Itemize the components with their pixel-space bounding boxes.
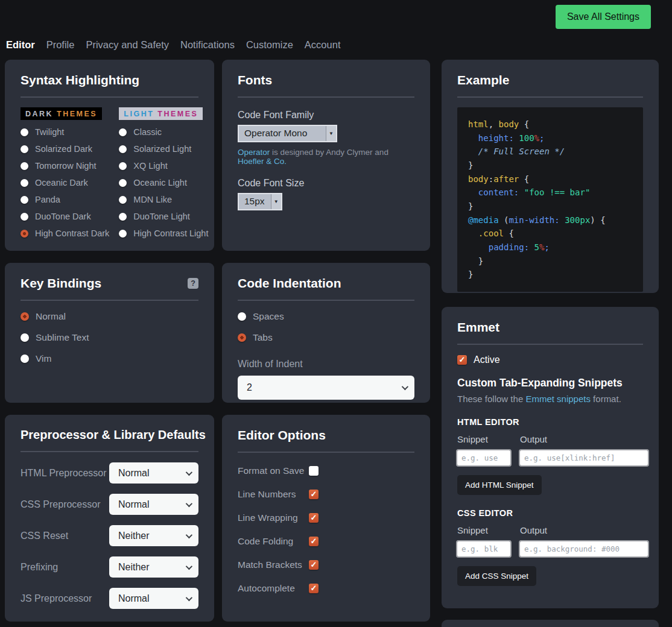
example-title: Example — [457, 73, 643, 87]
output-input[interactable] — [520, 450, 648, 465]
editor-options-card: Editor Options Format on Save Line Numbe… — [222, 415, 430, 622]
settings-tab[interactable]: Account — [305, 39, 341, 51]
radio-icon[interactable] — [21, 230, 28, 238]
emmet-active-checkbox[interactable] — [457, 355, 467, 365]
settings-tab[interactable]: Editor — [6, 39, 35, 51]
preprocessor-select[interactable]: Neither — [109, 525, 198, 546]
snippet-input[interactable] — [457, 450, 510, 465]
key-binding-radio-option[interactable]: Normal — [21, 311, 198, 322]
snippet-output-labels: Snippet Output — [457, 525, 643, 535]
theme-radio-option[interactable]: Solarized Light — [119, 144, 208, 154]
settings-tab[interactable]: Privacy and Safety — [86, 39, 169, 51]
code-font-family-label: Code Font Family — [238, 110, 414, 121]
radio-icon[interactable] — [119, 145, 127, 153]
preprocessor-row: CSS Preprocessor Normal — [21, 494, 198, 515]
radio-icon[interactable] — [21, 213, 28, 221]
divider — [457, 344, 643, 345]
output-input[interactable] — [520, 541, 648, 556]
radio-icon[interactable] — [119, 230, 127, 238]
theme-radio-option[interactable]: Oceanic Dark — [21, 178, 109, 187]
editor-option-checkbox[interactable] — [309, 537, 319, 546]
emmet-title: Emmet — [457, 320, 643, 335]
radio-icon[interactable] — [21, 128, 28, 136]
code-font-size-select[interactable]: 15px ▼ — [238, 193, 282, 210]
theme-radio-option[interactable]: High Contrast Light — [119, 228, 208, 238]
add-snippet-button[interactable]: Add CSS Snippet — [457, 566, 536, 586]
theme-radio-option[interactable]: MDN Like — [119, 195, 208, 204]
snippet-input[interactable] — [457, 541, 510, 556]
theme-label: Twilight — [35, 127, 64, 137]
theme-radio-option[interactable]: Twilight — [21, 127, 109, 137]
editor-option-label: Match Brackets — [238, 559, 309, 570]
chevron-down-icon — [186, 531, 192, 538]
help-icon[interactable]: ? — [188, 278, 198, 289]
preprocessor-select[interactable]: Normal — [109, 588, 198, 609]
dropdown-arrow-icon[interactable]: ▼ — [326, 126, 336, 141]
themes-grid: DARK THEMES Twilight Solarized Dark — [21, 107, 198, 245]
select-value: Normal — [118, 468, 150, 479]
editor-option-checkbox[interactable] — [309, 513, 319, 523]
indentation-radio-option[interactable]: Spaces — [238, 311, 414, 322]
dark-themes-badge: DARK THEMES — [21, 107, 102, 120]
radio-icon[interactable] — [119, 179, 127, 187]
emmet-sections: HTML EDITOR Snippet Output Add HTML Snip… — [457, 417, 643, 586]
editor-option-checkbox[interactable] — [309, 584, 319, 593]
operator-link[interactable]: Operator — [238, 148, 270, 157]
chevron-down-icon — [186, 468, 192, 475]
radio-icon[interactable] — [119, 196, 127, 204]
output-label: Output — [520, 525, 643, 535]
font-credit-text: Operator is designed by Andy Clymer and … — [238, 148, 414, 166]
code-font-family-select[interactable]: Operator Mono ▼ — [238, 125, 337, 142]
key-binding-radio-option[interactable]: Vim — [21, 353, 198, 364]
radio-icon[interactable] — [119, 128, 127, 136]
indentation-radio-option[interactable]: Tabs — [238, 332, 414, 343]
width-of-indent-select[interactable]: 2 — [238, 376, 414, 400]
radio-icon[interactable] — [119, 213, 127, 221]
preprocessor-rows: HTML Preprocessor Normal CSS Preprocesso… — [21, 462, 198, 609]
settings-tab[interactable]: Customize — [246, 39, 293, 51]
preprocessor-select[interactable]: Neither — [109, 556, 198, 578]
theme-radio-option[interactable]: Tomorrow Night — [21, 161, 109, 171]
editor-option-checkbox[interactable] — [309, 560, 319, 570]
key-binding-radio-option[interactable]: Sublime Text — [21, 332, 198, 343]
next-card-partial — [442, 620, 659, 627]
radio-icon[interactable] — [21, 145, 28, 153]
emmet-active-label: Active — [474, 354, 500, 365]
theme-radio-option[interactable]: Classic — [119, 127, 208, 137]
radio-icon[interactable] — [21, 312, 29, 321]
theme-radio-option[interactable]: Panda — [21, 195, 109, 204]
radio-icon[interactable] — [21, 333, 29, 342]
preprocessor-select[interactable]: Normal — [109, 462, 198, 484]
dropdown-arrow-icon[interactable]: ▼ — [271, 194, 281, 209]
radio-icon[interactable] — [21, 162, 28, 170]
editor-option-checkbox[interactable] — [309, 490, 319, 499]
settings-tab[interactable]: Notifications — [180, 39, 235, 51]
theme-radio-option[interactable]: Oceanic Light — [119, 178, 208, 187]
radio-icon[interactable] — [21, 179, 28, 187]
save-all-settings-button[interactable]: Save All Settings — [556, 5, 651, 29]
theme-radio-option[interactable]: DuoTone Dark — [21, 212, 109, 221]
editor-option-checkbox[interactable] — [309, 466, 319, 476]
emmet-card: Emmet Active Custom Tab-Expanding Snippe… — [442, 307, 659, 608]
snippet-output-inputs — [457, 450, 643, 465]
add-snippet-button[interactable]: Add HTML Snippet — [457, 475, 542, 495]
preprocessor-label: CSS Reset — [21, 531, 68, 541]
theme-radio-option[interactable]: XQ Light — [119, 161, 208, 171]
theme-radio-option[interactable]: Solarized Dark — [21, 144, 109, 154]
theme-label: Tomorrow Night — [35, 161, 97, 171]
settings-tab[interactable]: Profile — [46, 39, 75, 51]
theme-radio-option[interactable]: DuoTone Light — [119, 212, 208, 221]
settings-grid: Syntax Highlighting DARK THEMES Twilight — [5, 60, 672, 627]
hoefler-link[interactable]: Hoefler & Co. — [238, 157, 287, 166]
radio-icon[interactable] — [119, 162, 127, 170]
editor-option-row: Autocomplete — [238, 583, 414, 594]
radio-icon[interactable] — [21, 354, 29, 363]
output-label: Output — [520, 434, 643, 444]
radio-icon[interactable] — [238, 333, 246, 342]
radio-icon[interactable] — [21, 196, 28, 204]
theme-radio-option[interactable]: High Contrast Dark — [21, 228, 109, 238]
editor-option-label: Code Folding — [238, 536, 309, 547]
radio-icon[interactable] — [238, 312, 246, 321]
preprocessor-select[interactable]: Normal — [109, 494, 198, 515]
emmet-snippets-link[interactable]: Emmet snippets — [525, 394, 591, 404]
